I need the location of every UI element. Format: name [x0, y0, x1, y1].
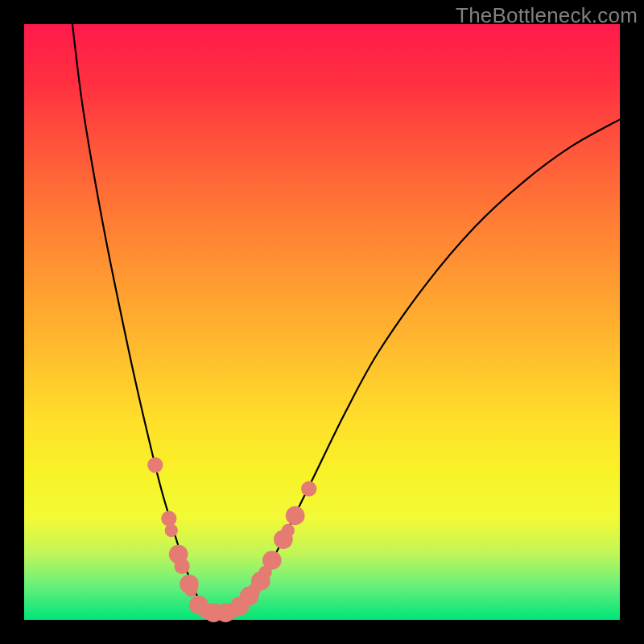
marker-dot — [161, 511, 176, 526]
marker-dot — [165, 524, 178, 537]
marker-dot — [286, 506, 305, 526]
marker-dot — [262, 551, 282, 570]
marker-dot — [184, 584, 197, 597]
markers-group — [147, 457, 316, 622]
chart-frame: TheBottleneck.com — [0, 0, 644, 644]
marker-dot — [301, 481, 316, 497]
plot-area — [24, 24, 620, 620]
curve-path — [72, 24, 620, 614]
marker-dot — [147, 457, 163, 473]
chart-svg — [24, 24, 620, 620]
marker-dot — [174, 559, 189, 574]
marker-dot — [282, 524, 295, 537]
